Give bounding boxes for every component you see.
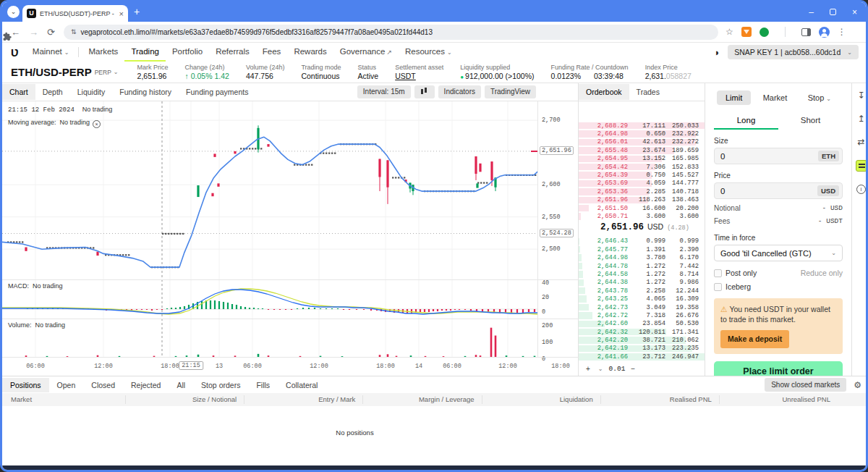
minimize-button[interactable]: – bbox=[809, 7, 814, 17]
ask-row[interactable]: 2,688.29 17.111 250.033 bbox=[579, 122, 705, 130]
bid-row[interactable]: 2,644.58 1.272 8.714 bbox=[579, 270, 705, 278]
reduce-only-checkbox[interactable]: Reduce only bbox=[801, 269, 843, 277]
chart-area[interactable]: 21:15 12 Feb 2024 No trading Moving aver… bbox=[2, 101, 579, 376]
ask-row[interactable]: 2,654.95 13.152 165.985 bbox=[579, 155, 705, 163]
tab-orderbook[interactable]: Orderbook bbox=[579, 84, 629, 100]
ask-row[interactable]: 2,656.01 42.613 232.272 bbox=[579, 138, 705, 146]
tab-search-button[interactable]: ⌄ bbox=[7, 6, 20, 18]
ask-row[interactable]: 2,650.71 3.600 3.600 bbox=[579, 212, 705, 220]
ask-row[interactable]: 2,664.98 0.650 232.922 bbox=[579, 130, 705, 138]
site-settings-icon[interactable]: ⇅ bbox=[71, 28, 76, 35]
forward-button[interactable]: → bbox=[29, 27, 38, 38]
tab-trades[interactable]: Trades bbox=[629, 84, 667, 100]
time-axis[interactable]: 06:0012:0018:0021:151306:0012:0018:00140… bbox=[2, 357, 579, 376]
tab-closed[interactable]: Closed bbox=[83, 378, 123, 392]
close-window-button[interactable]: × bbox=[852, 7, 857, 17]
chevron-down-icon[interactable]: ⌄ bbox=[114, 69, 119, 75]
zoom-out-button[interactable]: − bbox=[631, 365, 635, 373]
tab-close-icon[interactable]: × bbox=[119, 9, 124, 18]
interval-button[interactable]: Interval: 15m bbox=[357, 85, 411, 98]
tab-limit[interactable]: Limit bbox=[717, 90, 751, 105]
nav-item-rewards[interactable]: Rewards bbox=[287, 43, 333, 62]
tab-chart[interactable]: Chart bbox=[2, 84, 35, 100]
ask-row[interactable]: 2,651.50 16.600 20.200 bbox=[579, 204, 705, 212]
ask-row[interactable]: 2,655.48 23.674 189.659 bbox=[579, 146, 705, 154]
nav-item-resources[interactable]: Resources⌄ bbox=[399, 43, 459, 62]
metamask-extension-icon[interactable] bbox=[741, 27, 752, 37]
tab-open[interactable]: Open bbox=[49, 378, 84, 392]
col-realised-pnl[interactable]: Realised PNL bbox=[600, 395, 719, 404]
bid-row[interactable]: 2,644.98 3.780 6.170 bbox=[579, 253, 705, 261]
col-unrealised-pnl[interactable]: Unrealised PNL bbox=[719, 395, 838, 404]
tab-market[interactable]: Market bbox=[754, 90, 796, 105]
browser-menu-icon[interactable]: ⋮ bbox=[838, 27, 846, 37]
ask-row[interactable]: 2,651.96 118.263 138.463 bbox=[579, 196, 705, 204]
new-tab-button[interactable]: + bbox=[134, 6, 140, 17]
bookmark-star-icon[interactable]: ☆ bbox=[726, 27, 733, 37]
deposit-card-icon[interactable] bbox=[856, 160, 867, 172]
nav-item-fees[interactable]: Fees bbox=[256, 43, 288, 62]
tab-funding-history[interactable]: Funding history bbox=[112, 84, 179, 100]
tab-fills[interactable]: Fills bbox=[248, 378, 278, 392]
bid-row[interactable]: 2,642.60 23.854 50.530 bbox=[579, 320, 705, 328]
extension-icon[interactable] bbox=[760, 28, 769, 37]
bid-row[interactable]: 2,642.73 3.049 19.358 bbox=[579, 303, 705, 311]
theme-toggle-icon[interactable]: ◑ bbox=[713, 47, 719, 58]
nav-item-markets[interactable]: Markets bbox=[82, 43, 124, 62]
resolution-select-chevron[interactable]: ⌄ bbox=[598, 366, 603, 372]
tif-select[interactable]: Good 'til Cancelled (GTC)⌄ bbox=[714, 245, 843, 261]
chart-type-button[interactable] bbox=[414, 85, 435, 98]
network-selector[interactable]: Mainnet⌄ bbox=[26, 43, 76, 62]
tab-stop[interactable]: Stop⌄ bbox=[799, 90, 840, 105]
bid-row[interactable]: 2,641.66 23.712 246.947 bbox=[579, 353, 705, 361]
tab-collateral[interactable]: Collateral bbox=[278, 378, 326, 392]
col-liquidation[interactable]: Liquidation bbox=[482, 395, 600, 404]
tab-stop-orders[interactable]: Stop orders bbox=[193, 378, 248, 392]
col-entry-mark[interactable]: Entry / Mark bbox=[244, 395, 362, 404]
ask-row[interactable]: 2,654.42 7.306 152.833 bbox=[579, 163, 705, 171]
tab-rejected[interactable]: Rejected bbox=[123, 378, 169, 392]
price-input[interactable]: 0USD bbox=[714, 182, 843, 199]
bid-row[interactable]: 2,642.72 7.318 26.676 bbox=[579, 311, 705, 319]
info-icon[interactable]: i bbox=[856, 185, 866, 194]
nav-item-governance[interactable]: Governance↗ bbox=[333, 43, 399, 62]
nav-item-referrals[interactable]: Referrals bbox=[209, 43, 256, 62]
market-name[interactable]: ETH/USD-PERP bbox=[11, 66, 92, 78]
tab-depth[interactable]: Depth bbox=[35, 84, 70, 100]
deposit-arrow-icon[interactable]: ↧ bbox=[857, 90, 864, 101]
iceberg-checkbox[interactable]: Iceberg bbox=[714, 282, 751, 291]
transfer-icon[interactable]: ⇄ bbox=[857, 137, 864, 147]
bid-row[interactable]: 2,643.25 4.065 16.309 bbox=[579, 295, 705, 303]
back-button[interactable]: ← bbox=[11, 27, 20, 38]
col-size-notional[interactable]: Size / Notional bbox=[125, 395, 244, 404]
reload-button[interactable]: ⟳ bbox=[47, 27, 55, 38]
bid-row[interactable]: 2,642.20 38.721 210.062 bbox=[579, 336, 705, 344]
vega-logo[interactable]: Ʋ bbox=[11, 46, 19, 59]
browser-tab[interactable]: U ETH/USD(USDT)-PERP - 2,651.9 × bbox=[22, 5, 128, 22]
ask-row[interactable]: 2,653.69 4.059 144.777 bbox=[579, 180, 705, 187]
bid-row[interactable]: 2,644.78 1.272 7.442 bbox=[579, 262, 705, 270]
gear-icon[interactable]: ⚙ bbox=[854, 380, 861, 390]
maximize-button[interactable] bbox=[830, 9, 836, 15]
profile-avatar[interactable] bbox=[819, 27, 830, 38]
bid-row[interactable]: 2,642.19 13.173 223.235 bbox=[579, 345, 705, 353]
bid-row[interactable]: 2,645.77 1.391 2.390 bbox=[579, 245, 705, 253]
show-closed-markets-button[interactable]: Show closed markets bbox=[765, 378, 846, 392]
wallet-key-button[interactable]: SNAP KEY 1 | acb058...60dc1d⌄ bbox=[728, 45, 859, 59]
ask-row[interactable]: 2,653.36 2.285 140.718 bbox=[579, 187, 705, 195]
remove-indicator-icon[interactable]: × bbox=[93, 120, 101, 128]
indicators-button[interactable]: Indicators bbox=[438, 85, 481, 98]
size-input[interactable]: 0ETH bbox=[714, 148, 843, 164]
tab-positions[interactable]: Positions bbox=[2, 378, 49, 392]
tab-short[interactable]: Short bbox=[778, 112, 843, 130]
bid-row[interactable]: 2,644.38 1.272 9.986 bbox=[579, 279, 705, 287]
ask-row[interactable]: 2,654.39 0.750 145.527 bbox=[579, 171, 705, 179]
tab-funding-payments[interactable]: Funding payments bbox=[179, 84, 255, 100]
bid-row[interactable]: 2,642.32 120.811 171.341 bbox=[579, 328, 705, 336]
nav-item-trading[interactable]: Trading bbox=[124, 43, 166, 62]
address-bar[interactable]: ⇅ vegaprotocol.eth.limo/#/markets/e63a37… bbox=[64, 25, 718, 40]
tab-long[interactable]: Long bbox=[714, 112, 778, 130]
nav-item-portfolio[interactable]: Portfolio bbox=[166, 43, 209, 62]
price-axis[interactable]: 2,7002,6002,5502,5002,651.962,524.284020… bbox=[537, 101, 579, 357]
post-only-checkbox[interactable]: Post only bbox=[714, 269, 757, 277]
